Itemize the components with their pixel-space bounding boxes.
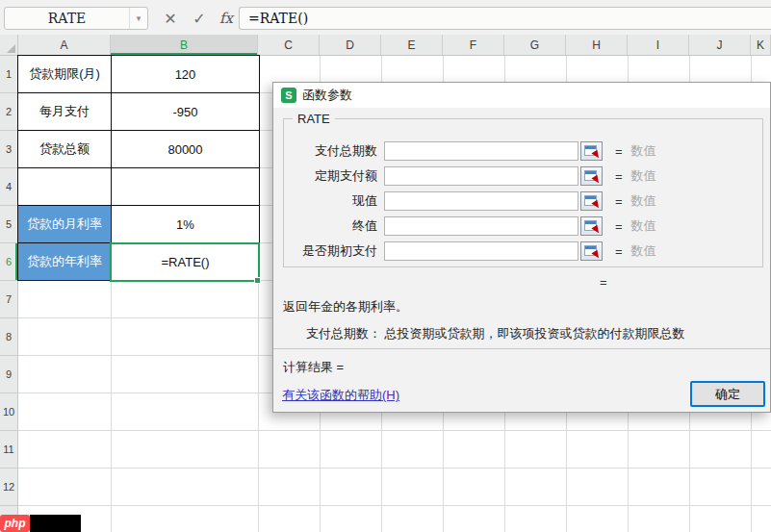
cell-b3[interactable]: 80000	[112, 131, 260, 168]
column-header-g[interactable]: G	[504, 35, 566, 56]
fv-input[interactable]	[384, 216, 578, 236]
row-header-11[interactable]: 11	[0, 431, 18, 469]
cell-a6[interactable]: 贷款的年利率	[18, 243, 112, 281]
row-header-7[interactable]: 7	[0, 281, 18, 318]
table-row: 每月支付 -950	[18, 93, 260, 131]
cancel-icon[interactable]: ✕	[158, 7, 183, 30]
cell-a3[interactable]: 贷款总额	[18, 131, 112, 168]
fill-handle[interactable]	[254, 277, 261, 284]
cell-b4[interactable]	[112, 168, 260, 206]
row-header-1[interactable]: 1	[0, 56, 18, 93]
column-header-c[interactable]: C	[258, 35, 320, 56]
type-label: 是否期初支付	[283, 242, 377, 260]
nper-label: 支付总期数	[283, 142, 377, 160]
range-picker-icon[interactable]	[580, 191, 603, 211]
result-hint: 数值	[631, 167, 656, 185]
pv-input[interactable]	[384, 191, 578, 211]
equals-sign: =	[615, 244, 623, 259]
nper-input[interactable]	[384, 141, 578, 161]
range-picker-icon[interactable]	[580, 241, 603, 261]
ok-button[interactable]: 确定	[690, 381, 765, 407]
equals-sign: =	[615, 194, 623, 209]
wps-spreadsheet-icon: S	[281, 88, 296, 103]
range-picker-icon[interactable]	[580, 216, 603, 236]
function-arguments-dialog: S 函数参数 RATE 支付总期数 = 数值 定期支付额 = 数值 现值 = 数…	[272, 82, 771, 413]
active-cell-border	[110, 242, 260, 282]
cell-b5[interactable]: 1%	[112, 206, 260, 243]
column-header-d[interactable]: D	[320, 35, 381, 56]
parameter-hint: 支付总期数： 总投资期或贷款期，即该项投资或贷款的付款期限总数	[306, 325, 685, 342]
row-header-4[interactable]: 4	[0, 168, 18, 206]
column-header-k[interactable]: K	[751, 35, 771, 56]
chevron-down-icon[interactable]: ▾	[129, 8, 147, 29]
php-logo-black-block	[30, 515, 81, 532]
cell-a4[interactable]	[18, 168, 112, 206]
result-hint: 数值	[631, 217, 656, 235]
cell-a5[interactable]: 贷款的月利率	[18, 206, 112, 243]
row-header-3[interactable]: 3	[0, 131, 18, 168]
result-hint: 数值	[631, 142, 656, 160]
type-input[interactable]	[384, 241, 578, 261]
formula-input[interactable]: =RATE()	[239, 7, 771, 30]
dialog-divider	[273, 348, 770, 349]
column-header-f[interactable]: F	[443, 35, 504, 56]
row-header-10[interactable]: 10	[0, 393, 18, 431]
table-row: 贷款期限(月) 120	[18, 56, 260, 93]
row-header-9[interactable]: 9	[0, 356, 18, 393]
field-row-fv: 终值 = 数值	[283, 215, 656, 237]
cell-a2[interactable]: 每月支付	[18, 93, 112, 131]
row-header-2[interactable]: 2	[0, 93, 18, 131]
dialog-title: 函数参数	[302, 87, 352, 104]
table-row	[18, 168, 260, 206]
name-box[interactable]: RATE ▾	[4, 7, 148, 30]
fv-label: 终值	[283, 217, 377, 235]
table-row: 贷款总额 80000	[18, 131, 260, 168]
row-header-6[interactable]: 6	[0, 243, 18, 281]
table-row: 贷款的月利率 1%	[18, 206, 260, 243]
field-row-nper: 支付总期数 = 数值	[283, 140, 656, 162]
cell-b1[interactable]: 120	[112, 56, 260, 93]
select-all-corner[interactable]	[0, 35, 18, 56]
confirm-icon[interactable]: ✓	[187, 7, 212, 30]
column-header-h[interactable]: H	[566, 35, 628, 56]
range-picker-icon[interactable]	[580, 166, 603, 186]
column-header-j[interactable]: J	[689, 35, 751, 56]
dialog-title-bar[interactable]: S 函数参数	[273, 83, 770, 108]
column-header-e[interactable]: E	[381, 35, 443, 56]
column-header-a[interactable]: A	[18, 35, 111, 56]
equals-sign: =	[615, 169, 623, 184]
function-name-label: RATE	[293, 112, 335, 126]
field-row-type: 是否期初支付 = 数值	[283, 241, 656, 262]
formula-result-equals: =	[600, 275, 607, 290]
name-box-value: RATE	[5, 11, 129, 26]
pmt-label: 定期支付额	[283, 167, 377, 185]
php-logo-text: php	[0, 515, 30, 532]
function-description: 返回年金的各期利率。	[283, 298, 408, 316]
field-row-pv: 现值 = 数值	[283, 190, 656, 212]
php-logo: php	[0, 515, 81, 532]
row-header-5[interactable]: 5	[0, 206, 18, 243]
insert-function-icon[interactable]: fx	[214, 7, 239, 30]
cell-a1[interactable]: 贷款期限(月)	[18, 56, 112, 93]
cell-b2[interactable]: -950	[112, 93, 260, 131]
column-header-i[interactable]: I	[628, 35, 689, 56]
pmt-input[interactable]	[384, 166, 578, 186]
equals-sign: =	[615, 219, 623, 234]
field-row-pmt: 定期支付额 = 数值	[283, 165, 656, 187]
range-picker-icon[interactable]	[580, 141, 603, 161]
equals-sign: =	[615, 144, 623, 159]
result-hint: 数值	[631, 242, 656, 260]
result-hint: 数值	[631, 192, 656, 210]
column-header-b[interactable]: B	[111, 35, 258, 56]
row-header-8[interactable]: 8	[0, 318, 18, 356]
row-header-12[interactable]: 12	[0, 469, 18, 506]
calculation-result-label: 计算结果 =	[283, 359, 344, 376]
pv-label: 现值	[283, 192, 377, 210]
help-link[interactable]: 有关该函数的帮助(H)	[282, 387, 399, 404]
formula-toolbar: RATE ▾ ✕ ✓ fx =RATE()	[0, 0, 771, 36]
